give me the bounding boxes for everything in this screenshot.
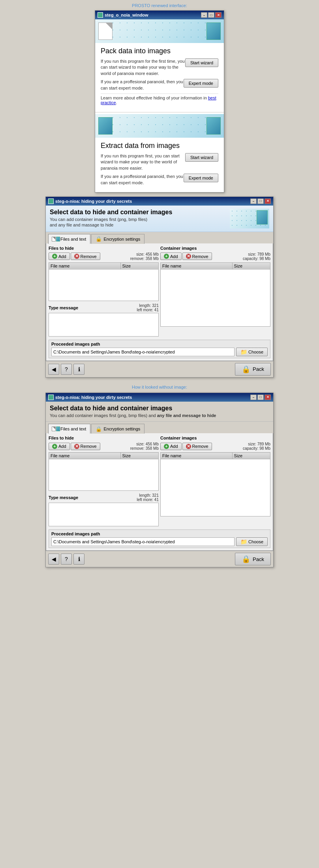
maximize-btn-1[interactable]: □ <box>208 12 214 18</box>
minimize-btn-3[interactable]: – <box>250 395 257 400</box>
path-input-3[interactable] <box>51 537 235 546</box>
tab-files-label-3: Files and text <box>60 427 86 431</box>
container-size-info-3: size: 789 Mb capacity: 98 Mb <box>243 442 270 451</box>
remove-hide-btn-3[interactable]: ✕ Remove <box>71 443 100 450</box>
steg-subtitle-2a: You can add container images first (png,… <box>50 217 172 222</box>
path-label-2: Proceeded images path <box>51 342 268 346</box>
close-btn-2[interactable]: ✕ <box>265 198 271 204</box>
type-msg-info-3: length: 321 left more: 41 <box>137 493 159 502</box>
tab-strip-3: Files and text 🔒 Encryption settings <box>46 422 273 433</box>
steg-title-3: Select data to hide and container images <box>50 405 269 412</box>
extract-desc1: If you run this program first, you can s… <box>101 153 185 171</box>
col-container-3: Container images + Add ✕ Remove <box>160 436 270 527</box>
add-hide-btn-3[interactable]: + Add <box>49 443 70 450</box>
path-input-2[interactable] <box>51 348 235 356</box>
info-btn-2[interactable]: ℹ <box>73 364 84 375</box>
window-title-2: steg-o-nioa: hiding your dirty secrets <box>55 199 132 204</box>
tab-files-2[interactable]: Files and text <box>48 234 90 244</box>
minimize-btn-2[interactable]: – <box>250 198 257 204</box>
maximize-btn-3[interactable]: □ <box>257 395 264 400</box>
pack-title: Pack data into images <box>101 47 218 55</box>
type-msg-input-3[interactable] <box>49 503 159 526</box>
app-icon-3 <box>48 395 54 400</box>
tab-encryption-3[interactable]: 🔒 Encryption settings <box>91 424 144 434</box>
tab-files-label-2: Files and text <box>60 237 86 241</box>
help-btn-3[interactable]: ? <box>61 554 72 565</box>
add-hide-btn-2[interactable]: + Add <box>49 253 70 260</box>
container-table-2: File name Size <box>160 262 270 327</box>
col-files-3: Files to hide + Add ✕ Remove <box>49 436 159 527</box>
window-title-1: steg_o_noia_window <box>105 13 148 17</box>
extract-section: Extract data from images If you run this… <box>95 138 224 192</box>
tab-strip-2: Files and text 🔒 Encryption settings <box>46 232 273 243</box>
choose-btn-2[interactable]: 📁 Choose <box>236 348 268 356</box>
steg-title-2: Select data to hide and container images <box>50 209 172 216</box>
plus-icon-3: + <box>52 444 57 449</box>
hide-size-info-2: size: 456 Mb remove: 358 Mb <box>130 252 159 261</box>
pack-wizard-btn[interactable]: Start wizard <box>185 58 218 67</box>
path-section-3: Proceeded images path 📁 Choose <box>49 529 270 548</box>
tab-content-3: Files to hide + Add ✕ Remove <box>46 433 273 551</box>
extract-banner-doc-right2 <box>206 117 221 135</box>
container-col-filename-2: File name <box>161 262 233 269</box>
minus-icon: ✕ <box>74 254 79 259</box>
maximize-btn-2[interactable]: □ <box>257 198 264 204</box>
close-btn-1[interactable]: ✕ <box>215 12 221 18</box>
main-app-window: steg_o_noia_window – □ ✕ Pack data into … <box>95 10 224 193</box>
hide-col-filename-2: File name <box>49 262 121 269</box>
pack-btn-3[interactable]: 🔒 Pack <box>235 553 271 565</box>
extract-desc2: If you are a proffesional paranoid, then… <box>101 174 184 186</box>
steg-subtitle-3a: You can add container images first (png,… <box>50 413 269 418</box>
steg-window-3: steg-o-nioa: hiding your dirty secrets –… <box>45 393 274 567</box>
two-col-2: Files to hide + Add ✕ Remove <box>49 246 270 337</box>
type-msg-input-2[interactable] <box>49 313 159 337</box>
hide-title-3: Files to hide <box>49 436 159 440</box>
choose-btn-3[interactable]: 📁 Choose <box>236 537 268 546</box>
bottom-bar-3: ◀ ? ℹ 🔒 Pack <box>46 551 273 567</box>
remove-container-btn-3[interactable]: ✕ Remove <box>182 443 212 450</box>
path-label-3: Proceeded images path <box>51 531 268 536</box>
divider-1 <box>95 112 224 112</box>
back-btn-3[interactable]: ◀ <box>48 554 59 565</box>
extract-expert-btn[interactable]: Expert mode <box>184 174 218 182</box>
remove-container-btn-2[interactable]: ✕ Remove <box>182 253 212 260</box>
files-tab-icon <box>53 236 59 242</box>
encryption-tab-icon-3: 🔒 <box>96 426 102 432</box>
tab-encryption-2[interactable]: 🔒 Encryption settings <box>91 234 144 244</box>
add-container-btn-3[interactable]: + Add <box>160 443 182 450</box>
app-icon-1 <box>98 12 103 18</box>
title-bar-1: steg_o_noia_window – □ ✕ <box>95 11 224 19</box>
back-btn-2[interactable]: ◀ <box>48 364 59 375</box>
pack-expert-btn[interactable]: Expert mode <box>184 79 218 88</box>
container-title-3: Container images <box>160 436 270 440</box>
hide-table-3: File name Size <box>49 452 159 491</box>
extract-banner <box>95 114 224 138</box>
hide-col-size-2: Size <box>120 262 158 269</box>
remove-hide-btn-2[interactable]: ✕ Remove <box>71 253 100 260</box>
add-container-btn-2[interactable]: + Add <box>160 253 182 260</box>
extract-title: Extract data from images <box>101 142 218 150</box>
app-content-1: Pack data into images If you run this pr… <box>95 19 224 192</box>
container-col-filename-3: File name <box>161 453 233 459</box>
tab-encryption-label-2: Encryption settings <box>103 237 140 241</box>
steg-header-2: Select data to hide and container images… <box>46 206 273 232</box>
prosto-label: PROSTO renewed interface: <box>132 3 187 8</box>
container-size-info-2: size: 789 Mb capacity: 98 Mb <box>243 252 270 261</box>
col-files-2: Files to hide + Add ✕ Remove <box>49 246 159 337</box>
help-btn-2[interactable]: ? <box>61 364 72 375</box>
minus-icon-c2: ✕ <box>186 254 191 259</box>
separator-label: How it looked without image: <box>132 385 187 389</box>
container-table-3: File name Size <box>160 452 270 516</box>
banner-doc-right <box>206 22 221 40</box>
extract-wizard-btn[interactable]: Start wizard <box>185 153 218 162</box>
info-btn-3[interactable]: ℹ <box>73 554 84 565</box>
title-bar-3: steg-o-nioa: hiding your dirty secrets –… <box>46 393 273 402</box>
minimize-btn-1[interactable]: – <box>201 12 207 18</box>
close-btn-3[interactable]: ✕ <box>265 395 271 400</box>
pack-btn-2[interactable]: 🔒 Pack <box>235 363 271 376</box>
minus-icon-3: ✕ <box>74 444 79 449</box>
tab-files-3[interactable]: Files and text <box>48 424 90 434</box>
pack-desc1: If you run this program for the first ti… <box>101 58 185 77</box>
plus-icon: + <box>52 254 57 259</box>
pack-section: Pack data into images If you run this pr… <box>95 43 224 110</box>
